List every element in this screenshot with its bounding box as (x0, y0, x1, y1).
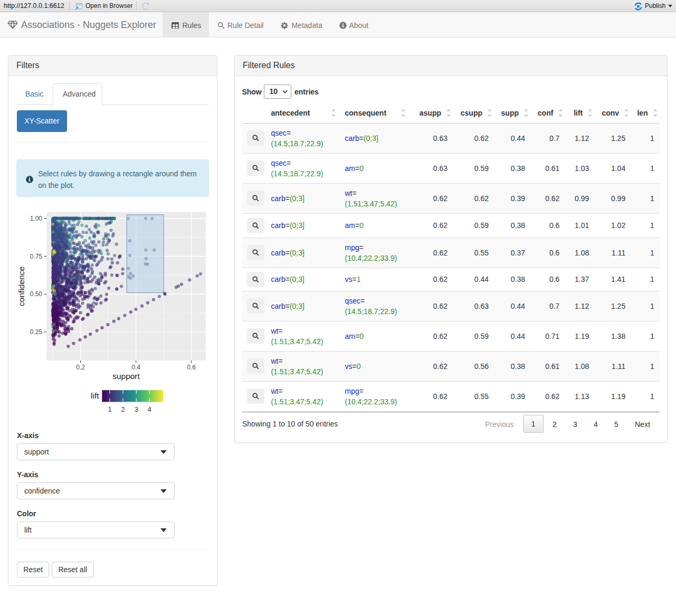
svg-text:0.75: 0.75 (30, 253, 43, 260)
svg-text:lift: lift (91, 391, 99, 400)
svg-text:0.6: 0.6 (187, 364, 196, 371)
svg-text:3: 3 (135, 405, 138, 413)
svg-text:support: support (112, 372, 140, 381)
svg-text:0.2: 0.2 (76, 364, 85, 371)
svg-text:1.00: 1.00 (30, 215, 43, 222)
svg-text:2: 2 (121, 405, 125, 413)
svg-text:1: 1 (108, 405, 111, 413)
svg-text:0.4: 0.4 (131, 364, 140, 371)
svg-text:confidence: confidence (17, 267, 26, 306)
svg-text:0.25: 0.25 (30, 328, 43, 336)
svg-text:4: 4 (147, 405, 151, 413)
svg-text:0.50: 0.50 (30, 290, 43, 298)
